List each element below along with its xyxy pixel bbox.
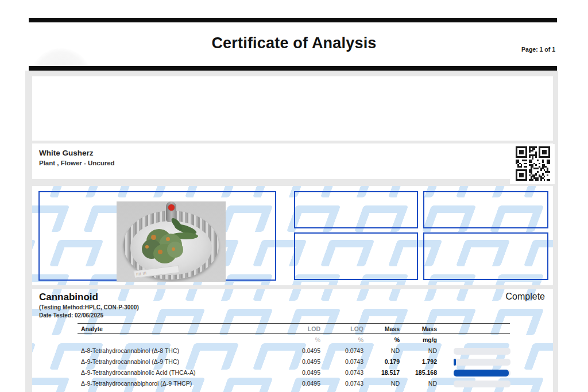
section-status-badge: Complete	[506, 292, 545, 302]
lab-info-card-empty	[32, 76, 553, 141]
pistil-speck	[158, 250, 163, 254]
cannabinoid-section-card: Cannabinoid Complete (Testing Method:HPL…	[32, 289, 553, 392]
header-divider-bar	[29, 66, 557, 71]
watermark-logo-shape	[32, 343, 36, 370]
unit-lod: %	[274, 335, 320, 345]
sample-photos-card: |||| |||	[32, 186, 553, 285]
analyte-name: Δ-9-Tetrahydrocannabiphorol (Δ-9 THCP)	[81, 379, 192, 389]
table-row: Δ-9-Tetrahydrocannabiphorol (Δ-9 THCP)0.…	[78, 379, 510, 390]
pistil-speck	[151, 235, 156, 240]
watermark-logo-shape	[185, 289, 239, 301]
photo-frame-main: |||| |||	[38, 191, 276, 281]
lod-value: 0.0495	[274, 379, 320, 389]
mass-mg-value: ND	[385, 346, 437, 356]
mass-mg-value: 185.168	[385, 368, 437, 378]
sample-photo: |||| |||	[117, 201, 226, 282]
table-header-rule	[78, 333, 510, 334]
col-header-analyte: Analyte	[81, 324, 103, 334]
section-title: Cannabinoid	[39, 292, 98, 303]
watermark-logo-shape	[524, 343, 553, 370]
result-bar-track	[454, 348, 510, 355]
watermark-logo-shape	[456, 289, 510, 301]
result-bar-track	[454, 381, 510, 387]
document-title: Certificate of Analysis	[0, 34, 588, 52]
flower-bud	[167, 242, 183, 258]
pistil-speck	[166, 237, 170, 241]
lod-value: 0.0495	[274, 346, 320, 356]
sample-name: White Gusherz	[39, 149, 94, 157]
result-bar-fill	[454, 370, 509, 377]
watermark-logo-shape	[320, 289, 375, 301]
watermark-logo-shape	[32, 186, 36, 197]
certificate-page: { "header": { "title": "Certificate of A…	[0, 0, 588, 392]
pistil-speck	[172, 247, 175, 251]
watermark-logo-shape	[32, 378, 69, 392]
photo-frame-empty	[294, 232, 418, 280]
date-tested-line: Date Tested: 02/06/2025	[39, 312, 103, 319]
table-row: Δ-8-Tetrahydrocannabinol (Δ-8 THC)0.0495…	[78, 346, 510, 357]
qr-code-icon	[516, 146, 550, 181]
page-number-label: Page: 1 of 1	[521, 46, 555, 53]
result-bar-track	[454, 370, 510, 377]
sample-type-line: Plant , Flower - Uncured	[39, 160, 115, 166]
photo-frame-empty	[294, 191, 418, 228]
watermark-logo-shape	[32, 289, 36, 301]
watermark-logo-shape	[117, 289, 172, 301]
table-row: Δ-9-Tetrahydrocannabinolic Acid (THCA-A)…	[78, 368, 510, 379]
red-marker-dot	[168, 204, 175, 211]
unit-mass-mg: mg/g	[385, 335, 437, 345]
photo-frame-empty	[423, 191, 548, 228]
lod-value: 0.0495	[274, 368, 320, 378]
lod-value: 0.0495	[274, 357, 320, 367]
analyte-name: Δ-9-Tetrahydrocannabinolic Acid (THCA-A)	[81, 368, 196, 378]
mass-mg-value: ND	[385, 379, 437, 389]
col-header-lod: LOD	[274, 324, 320, 334]
table-row: Δ-9-Tetrahydrocannabinol (Δ-9 THC)0.0495…	[78, 357, 510, 368]
testing-method-line: (Testing Method:HPLC, CON-P-3000)	[39, 304, 139, 311]
analyte-name: Δ-8-Tetrahydrocannabinol (Δ-8 THC)	[81, 346, 179, 356]
table-top-rule	[78, 323, 510, 324]
result-bar-fill	[454, 359, 456, 366]
top-rule-bar	[29, 18, 557, 22]
watermark-logo-shape	[388, 289, 443, 301]
watermark-logo-shape	[32, 240, 36, 266]
result-bar-track	[454, 359, 510, 366]
watermark-logo-shape	[253, 289, 307, 301]
table-units-row: % % % mg/g	[78, 335, 510, 346]
analyte-name: Δ-9-Tetrahydrocannabinol (Δ-9 THC)	[81, 357, 179, 367]
pistil-speck	[145, 245, 149, 249]
col-header-mass-mg: Mass	[385, 324, 437, 334]
mass-mg-value: 1.792	[385, 357, 437, 367]
sample-info-card: White Gusherz Plant , Flower - Uncured	[32, 143, 553, 179]
photo-frame-empty	[423, 232, 548, 280]
